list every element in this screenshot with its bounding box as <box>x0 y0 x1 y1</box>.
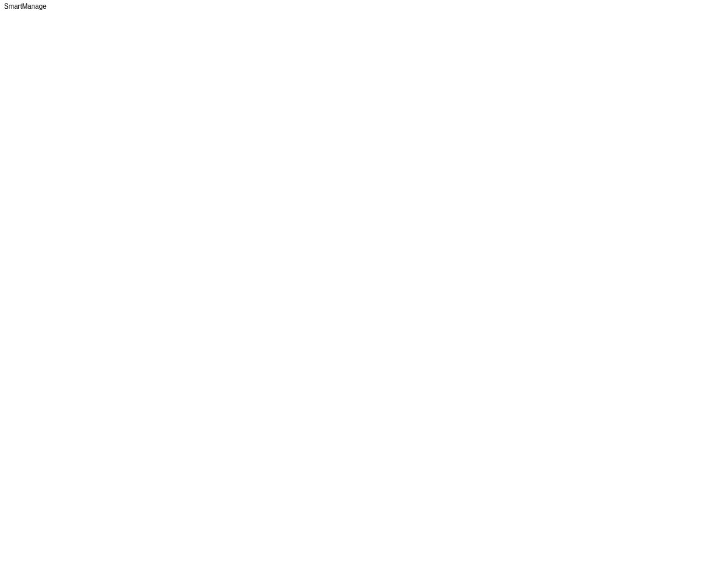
page-header-small: SmartManage <box>0 0 728 10</box>
